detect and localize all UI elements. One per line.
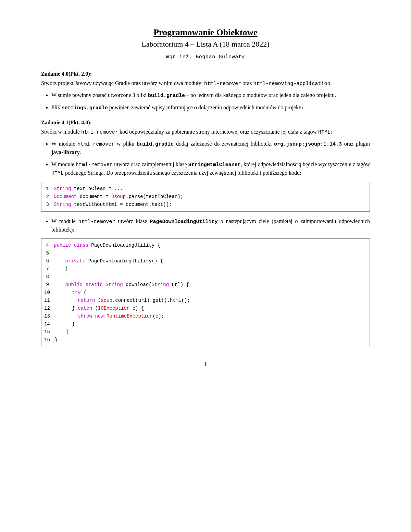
line-content: public class PageDownloadingUtility {	[54, 242, 160, 249]
line-content: }	[55, 336, 58, 344]
code-line: 10 try {	[41, 289, 370, 297]
code-line: 9 public static String download(String u…	[41, 281, 370, 289]
line-content: String textWithoutHtml = document.text()…	[54, 201, 172, 208]
code-line: 3 String textWithoutHtml = document.text…	[41, 201, 370, 209]
line-number: 1	[41, 185, 54, 193]
bullet-item: W module html-remover utwórz klasę PageD…	[51, 217, 370, 234]
line-number: 2	[41, 193, 54, 200]
line-number: 14	[41, 321, 55, 328]
section-4-0-bullets: W sumie powinny zostać utworzone 3 pliki…	[51, 91, 370, 112]
code-line: 4 public class PageDownloadingUtility {	[41, 242, 370, 249]
line-number: 8	[41, 273, 54, 281]
code-block-2: 4 public class PageDownloadingUtility { …	[41, 238, 370, 347]
line-content: }	[55, 329, 69, 336]
line-number: 4	[41, 242, 54, 249]
line-number: 15	[41, 329, 55, 336]
bullet-item: W module html-remover utwórz oraz zaimpl…	[51, 160, 370, 178]
line-content	[54, 250, 57, 257]
line-content: }	[54, 265, 68, 273]
line-content: }	[55, 321, 75, 328]
line-number: 12	[41, 305, 55, 312]
line-content: throw new RuntimeException(e);	[55, 313, 164, 320]
code-line: 16 }	[41, 336, 370, 344]
section-4-1: Zadanie 4.1(Pkt. 4.0): Stwórz w module h…	[41, 120, 370, 347]
section-4-1-title: Zadanie 4.1(Pkt. 4.0):	[41, 120, 370, 126]
bullet-item: W module html-remover w pliku build.grad…	[51, 140, 370, 157]
code-line: 14 }	[41, 320, 370, 328]
code-line: 12 } catch (IOException e) {	[41, 305, 370, 312]
author: mgr inż. Bogdan Gulowaty	[41, 54, 370, 60]
line-number: 11	[41, 297, 55, 304]
code-block-1: 1 String textToClean = ... 2 Document do…	[41, 182, 370, 212]
line-content: } catch (IOException e) {	[55, 305, 144, 312]
line-number: 6	[41, 258, 54, 265]
line-number: 13	[41, 313, 55, 320]
line-content: return Jsoup.connect(url).get().html();	[55, 297, 190, 304]
line-content	[54, 273, 57, 281]
line-content: Document document = Jsoup.parse(textToCl…	[54, 193, 183, 200]
section-4-0-title: Zadanie 4.0(Pkt. 2.0):	[41, 71, 370, 77]
line-content: public static String download(String url…	[54, 281, 189, 288]
page-title: Programowanie Obiektowe	[41, 27, 370, 38]
bullet-item: W sumie powinny zostać utworzone 3 pliki…	[51, 91, 370, 100]
line-number: 10	[41, 289, 55, 296]
section-4-1-bullets-2: W module html-remover utwórz klasę PageD…	[51, 217, 370, 234]
bullet-item: Plik settings.gradle powinien zawierać w…	[51, 103, 370, 112]
code-line: 8	[41, 273, 370, 281]
section-4-0-intro: Stwórz projekt Javowy używając Gradle or…	[41, 79, 370, 88]
line-content: try {	[55, 289, 86, 296]
section-4-0: Zadanie 4.0(Pkt. 2.0): Stwórz projekt Ja…	[41, 71, 370, 112]
code-line: 1 String textToClean = ...	[41, 185, 370, 193]
section-4-1-bullets: W module html-remover w pliku build.grad…	[51, 140, 370, 178]
line-number: 5	[41, 250, 54, 257]
page-subtitle: Laboratorium 4 – Lista A (18 marca 2022)	[41, 40, 370, 49]
section-4-1-intro: Stwórz w module html-remover kod odpowie…	[41, 128, 370, 136]
code-line: 2 Document document = Jsoup.parse(textTo…	[41, 193, 370, 201]
line-number: 3	[41, 201, 54, 208]
code-line: 15 }	[41, 328, 370, 336]
page-number: 1	[41, 361, 370, 367]
line-number: 9	[41, 281, 54, 288]
line-content: private PageDownloadingUtility() {	[54, 258, 163, 265]
code-line: 7 }	[41, 265, 370, 273]
line-number: 7	[41, 265, 54, 273]
code-line: 13 throw new RuntimeException(e);	[41, 312, 370, 320]
code-line: 5	[41, 249, 370, 257]
line-number: 16	[41, 336, 55, 344]
code-line: 6 private PageDownloadingUtility() {	[41, 257, 370, 265]
code-line: 11 return Jsoup.connect(url).get().html(…	[41, 297, 370, 305]
line-content: String textToClean = ...	[54, 185, 123, 193]
